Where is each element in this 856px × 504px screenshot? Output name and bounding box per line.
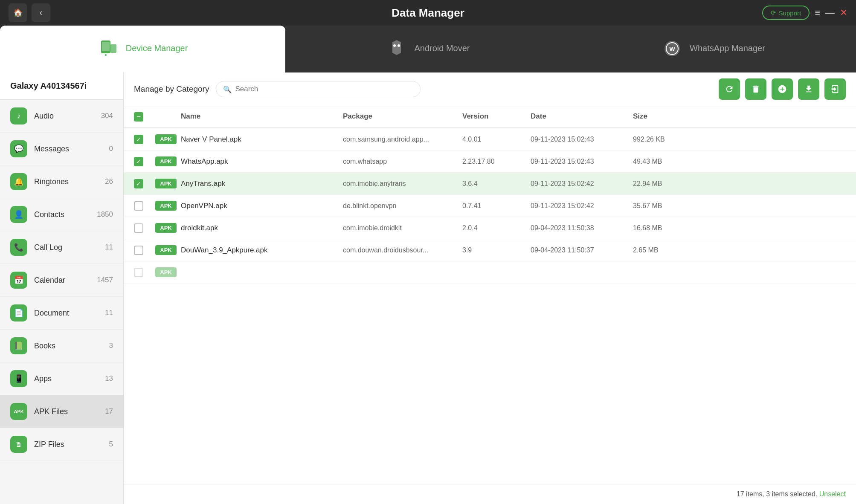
- row6-checkbox[interactable]: [134, 246, 155, 255]
- table-row[interactable]: APK droidkit.apk com.imobie.droidkit 2.0…: [124, 217, 856, 239]
- tab-device-manager[interactable]: Device Manager: [0, 26, 285, 72]
- svg-point-2: [105, 54, 107, 56]
- row4-package: de.blinkt.openvpn: [343, 202, 462, 210]
- row4-checkbox-unchecked[interactable]: [134, 201, 143, 211]
- apk-badge: APK: [155, 156, 177, 166]
- add-icon: [778, 84, 787, 94]
- row7-checkbox[interactable]: [134, 268, 155, 277]
- export-button[interactable]: [798, 78, 819, 100]
- delete-icon: [751, 84, 760, 94]
- delete-button[interactable]: [745, 78, 766, 100]
- unselect-link[interactable]: Unselect: [819, 490, 846, 498]
- status-bar: 17 items, 3 items selected. Unselect: [124, 484, 856, 504]
- sidebar-item-document[interactable]: 📄 Document 11: [0, 297, 123, 330]
- sidebar-document-count: 11: [105, 309, 113, 317]
- table-row[interactable]: ✓ APK WhatsApp.apk com.whatsapp 2.23.17.…: [124, 151, 856, 173]
- sidebar-item-messages[interactable]: 💬 Messages 0: [0, 133, 123, 165]
- svg-rect-1: [102, 42, 110, 51]
- row2-icon: APK: [155, 156, 181, 166]
- sidebar: Galaxy A40134567i ♪ Audio 304 💬 Messages…: [0, 72, 124, 504]
- sidebar-item-apps[interactable]: 📱 Apps 13: [0, 362, 123, 395]
- row3-checkbox[interactable]: ✓: [134, 179, 155, 188]
- row1-size: 992.26 KB: [633, 136, 701, 143]
- row1-checkbox[interactable]: ✓: [134, 135, 155, 144]
- row4-date: 09-11-2023 15:02:42: [531, 202, 633, 210]
- table-row[interactable]: APK DouWan_3.9_Apkpure.apk com.douwan.dr…: [124, 239, 856, 261]
- sidebar-apk-files-label: APK Files: [34, 407, 98, 416]
- row4-version: 0.7.41: [462, 202, 531, 210]
- minimize-button[interactable]: —: [825, 7, 835, 18]
- sidebar-messages-count: 0: [109, 145, 113, 153]
- row5-icon: APK: [155, 223, 181, 233]
- row6-name: DouWan_3.9_Apkpure.apk: [181, 246, 343, 255]
- menu-button[interactable]: ≡: [815, 7, 820, 18]
- table-row[interactable]: APK OpenVPN.apk de.blinkt.openvpn 0.7.41…: [124, 195, 856, 217]
- row1-version: 4.0.01: [462, 136, 531, 143]
- audio-icon: ♪: [10, 107, 27, 125]
- row2-checkbox-checked[interactable]: ✓: [134, 157, 143, 166]
- row4-checkbox[interactable]: [134, 201, 155, 211]
- sidebar-item-call-log[interactable]: 📞 Call Log 11: [0, 231, 123, 264]
- row3-checkbox-checked[interactable]: ✓: [134, 179, 143, 188]
- table-row[interactable]: APK: [124, 261, 856, 284]
- header-icon-cell: [155, 112, 181, 122]
- header-checkbox-cell[interactable]: −: [134, 112, 155, 122]
- sidebar-call-log-label: Call Log: [34, 243, 98, 252]
- refresh-icon: [725, 84, 734, 94]
- toolbar-actions: [719, 78, 846, 100]
- ringtones-icon: 🔔: [10, 173, 27, 190]
- sidebar-call-log-count: 11: [105, 243, 113, 252]
- signin-button[interactable]: [824, 78, 846, 100]
- row3-size: 22.94 MB: [633, 180, 701, 188]
- row2-package: com.whatsapp: [343, 158, 462, 165]
- sidebar-item-zip-files[interactable]: 🗜 ZIP Files 5: [0, 428, 123, 461]
- sidebar-apps-count: 13: [105, 374, 113, 383]
- row2-checkbox[interactable]: ✓: [134, 157, 155, 166]
- row4-icon: APK: [155, 201, 181, 211]
- main-content: Galaxy A40134567i ♪ Audio 304 💬 Messages…: [0, 72, 856, 504]
- row6-package: com.douwan.droidusbsour...: [343, 246, 462, 254]
- search-input[interactable]: [235, 85, 413, 93]
- sidebar-item-books[interactable]: 📗 Books 3: [0, 330, 123, 362]
- row1-checkbox-checked[interactable]: ✓: [134, 135, 143, 144]
- select-all-checkbox[interactable]: −: [134, 112, 143, 122]
- add-button[interactable]: [772, 78, 793, 100]
- header-version-cell: Version: [462, 112, 531, 122]
- sidebar-apps-label: Apps: [34, 374, 98, 383]
- table-row[interactable]: ✓ APK Naver V Panel.apk com.samsung.andr…: [124, 128, 856, 151]
- support-button[interactable]: ⟳ Support: [762, 6, 810, 20]
- sidebar-item-contacts[interactable]: 👤 Contacts 1850: [0, 198, 123, 231]
- svg-text:W: W: [670, 46, 676, 52]
- tab-whatsapp-manager[interactable]: W WhatsApp Manager: [571, 26, 856, 72]
- table-row[interactable]: ✓ APK AnyTrans.apk com.imobie.anytrans 3…: [124, 173, 856, 195]
- row6-version: 3.9: [462, 246, 531, 254]
- row7-checkbox-unchecked[interactable]: [134, 268, 143, 277]
- row6-checkbox-unchecked[interactable]: [134, 246, 143, 255]
- search-box[interactable]: 🔍: [216, 81, 421, 97]
- apk-badge: APK: [155, 245, 177, 255]
- header-name-cell: Name: [181, 112, 343, 122]
- apk-files-icon: APK: [10, 403, 27, 420]
- home-button[interactable]: 🏠: [9, 3, 27, 22]
- row1-icon: APK: [155, 134, 181, 144]
- row5-checkbox[interactable]: [134, 223, 155, 233]
- sidebar-calendar-count: 1457: [97, 276, 113, 284]
- header-package-cell: Package: [343, 112, 462, 122]
- sidebar-item-apk-files[interactable]: APK APK Files 17: [0, 395, 123, 428]
- messages-icon: 💬: [10, 140, 27, 157]
- header-date-cell: Date: [531, 112, 633, 122]
- export-icon: [804, 84, 813, 94]
- back-button[interactable]: ‹: [32, 3, 50, 22]
- sidebar-item-ringtones[interactable]: 🔔 Ringtones 26: [0, 165, 123, 198]
- refresh-button[interactable]: [719, 78, 740, 100]
- close-button[interactable]: ✕: [840, 7, 847, 18]
- title-bar: 🏠 ‹ Data Manager ⟳ Support ≡ — ✕: [0, 0, 856, 26]
- sidebar-apk-files-count: 17: [105, 407, 113, 416]
- sidebar-item-calendar[interactable]: 📅 Calendar 1457: [0, 264, 123, 297]
- tab-android-mover-label: Android Mover: [414, 43, 470, 53]
- row5-checkbox-unchecked[interactable]: [134, 223, 143, 233]
- sidebar-item-audio[interactable]: ♪ Audio 304: [0, 100, 123, 133]
- tab-android-mover[interactable]: Android Mover: [285, 26, 571, 72]
- sidebar-books-label: Books: [34, 342, 102, 350]
- sidebar-contacts-label: Contacts: [34, 210, 90, 219]
